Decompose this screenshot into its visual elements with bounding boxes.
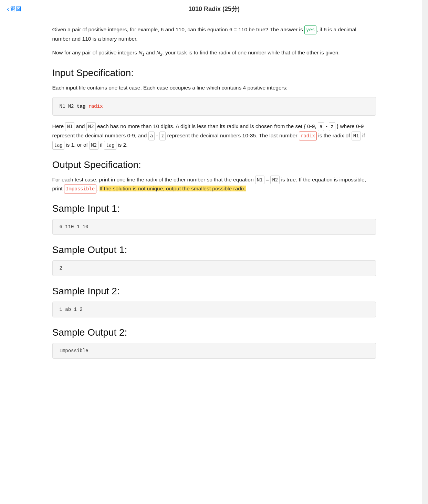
sample-input2-heading: Sample Input 2: xyxy=(52,286,376,297)
sample-output1-heading: Sample Output 1: xyxy=(52,244,376,255)
back-button[interactable]: ‹ 返回 xyxy=(7,6,21,13)
z-tag1: z xyxy=(329,122,335,131)
a-tag2: a xyxy=(148,132,155,140)
a-tag1: a xyxy=(318,122,324,131)
page-title: 1010 Radix (25分) xyxy=(188,5,240,13)
sample-input2-value: 1 ab 1 2 xyxy=(60,307,83,312)
impossible-tag: Impossible xyxy=(64,185,96,193)
code-radix: radix xyxy=(88,104,103,109)
n1-tag2: N1 xyxy=(352,132,361,140)
back-label: 返回 xyxy=(10,6,21,13)
sample-output2-value: Impossible xyxy=(60,348,88,354)
output-spec-desc: For each test case, print in one line th… xyxy=(52,175,376,194)
sample-output1-value: 2 xyxy=(60,265,62,271)
sample-input2-block: 1 ab 1 2 xyxy=(52,302,376,317)
header: ‹ 返回 1010 Radix (25分) xyxy=(0,0,428,18)
n2-math: N2 xyxy=(156,50,162,55)
sample-output2-heading: Sample Output 2: xyxy=(52,327,376,338)
highlight-text: If the solution is not unique, output th… xyxy=(100,186,247,191)
n1-tag: N1 xyxy=(65,122,74,131)
input-spec-desc: Each input file contains one test case. … xyxy=(52,83,376,92)
intro-para2: Now for any pair of positive integers N1… xyxy=(52,48,376,58)
sample-input1-heading: Sample Input 1: xyxy=(52,203,376,214)
sample-input1-block: 6 110 1 10 xyxy=(52,219,376,235)
n1-eq-tag: N1 xyxy=(255,176,264,185)
n1-math: N1 xyxy=(138,50,144,55)
z-tag2: z xyxy=(159,132,166,140)
main-content: Given a pair of positive integers, for e… xyxy=(45,18,383,381)
n2-tag: N2 xyxy=(86,122,96,131)
intro-para1: Given a pair of positive integers, for e… xyxy=(52,25,376,43)
output-spec-heading: Output Specification: xyxy=(52,159,376,170)
input-spec-detail: Here N1 and N2 each has no more than 10 … xyxy=(52,122,376,149)
tag-tag2: tag xyxy=(104,141,116,150)
sample-output1-block: 2 xyxy=(52,260,376,276)
input-code-block: N1 N2 tag radix xyxy=(52,97,376,116)
n2-tag2: N2 xyxy=(89,141,98,150)
radix-tag: radix xyxy=(299,132,317,140)
input-spec-heading: Input Specification: xyxy=(52,67,376,78)
scrollbar-area[interactable] xyxy=(422,0,428,381)
tag-tag1: tag xyxy=(52,141,64,150)
code-n1: N1 N2 xyxy=(60,104,77,109)
code-tag: tag xyxy=(77,104,88,109)
chevron-left-icon: ‹ xyxy=(7,6,9,13)
sample-input1-value: 6 110 1 10 xyxy=(60,224,88,230)
sample-output2-block: Impossible xyxy=(52,343,376,359)
yes-tag: yes xyxy=(304,25,316,34)
n2-eq-tag: N2 xyxy=(270,176,280,185)
